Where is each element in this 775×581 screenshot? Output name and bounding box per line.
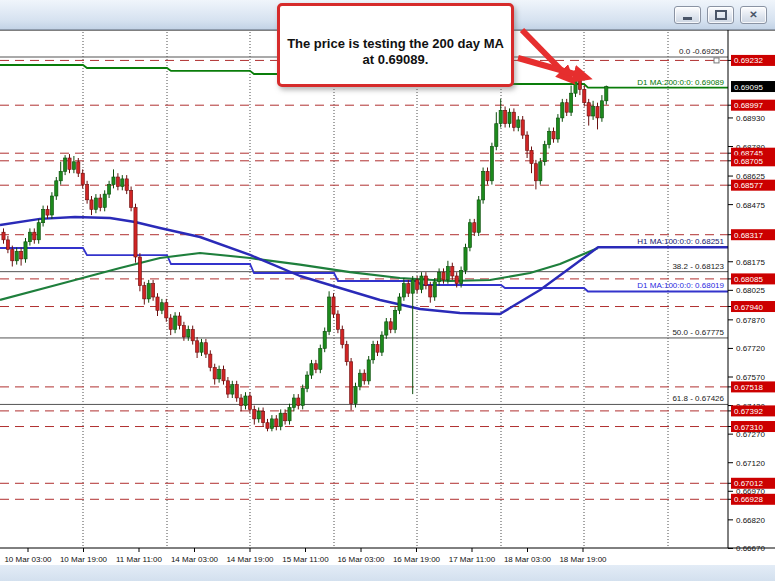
candle-body [134,208,137,258]
candle-body [2,232,5,240]
candle-body [438,272,441,282]
price-tick-label: 0.68175 [736,258,765,267]
candle-body [512,112,515,127]
price-alert-label: 0.67310 [734,423,763,432]
candle-body [178,316,181,326]
price-tick-label: 0.67120 [736,459,765,468]
candle-body [116,177,119,187]
candle-body [416,280,419,290]
candle-body [169,318,172,329]
candle-body [495,124,498,147]
candle-body [28,232,31,242]
bottom-strip [0,565,775,581]
time-tick-label: 17 Mar 11:00 [449,555,496,564]
candle-body [376,345,379,353]
restore-button[interactable] [707,6,734,24]
candle-body [292,398,295,408]
candle-body [213,368,216,379]
candle-body [72,162,75,170]
candle-body [64,158,67,171]
candle-body [578,80,581,90]
candle-body [605,87,608,101]
candle-body [103,194,106,207]
price-tick-label: 0.67570 [736,373,765,382]
candle-body [570,93,573,112]
candle-body [46,209,49,215]
close-button[interactable]: ✕ [740,6,767,24]
candle-body [226,381,229,394]
price-tick-label: 0.68475 [736,201,765,210]
candle-body [442,272,445,280]
candle-body [121,179,124,187]
candle-body [490,147,493,181]
candle-body [284,413,287,421]
candle-body [600,101,603,118]
candle-body [345,345,348,362]
candle-body [147,284,150,299]
ma-label: D1 MA:200:0:0: 0.69089 [637,78,724,87]
candle-body [358,373,361,386]
candle-body [592,107,595,117]
candle-body [460,270,463,283]
candle-body [504,110,507,123]
minimize-button[interactable] [674,6,701,24]
ma-label: H1 MA:100:0:0: 0.68251 [637,237,724,246]
candle-body [187,329,190,337]
time-tick-label: 16 Mar 03:00 [337,555,385,564]
candle-body [77,162,80,173]
candle-body [420,276,423,289]
candle-body [328,297,331,331]
ma-label: D1 MA:100:0:0: 0.68019 [637,281,724,290]
close-icon: ✕ [749,10,757,20]
candle-body [354,387,357,404]
candle-body [297,398,300,406]
candle-body [380,335,383,352]
candle-body [486,171,489,181]
candle-body [204,343,207,354]
candle-body [90,200,93,210]
price-alert-label: 0.67392 [734,407,763,416]
candle-body [240,398,243,406]
price-tick-label: 0.68025 [736,286,765,295]
candle-body [37,223,40,240]
candle-body [398,297,401,310]
current-price-label: 0.69095 [734,83,763,92]
candle-body [143,286,146,299]
candle-body [499,110,502,123]
candle-body [314,364,317,370]
candle-body [548,131,551,144]
chart-canvas[interactable]: 0.689300.687800.686250.684750.681750.680… [0,30,775,581]
candle-body [429,286,432,297]
candle-body [112,177,115,185]
price-alert-label: 0.69232 [734,56,763,65]
price-alert-label: 0.68317 [734,231,763,240]
chart-window: ✕ 0.689300.687800.686250.684750.681750.6… [0,0,775,581]
candle-body [200,343,203,353]
candle-body [565,103,568,113]
candle-body [363,373,366,381]
candle-body [174,316,177,329]
candle-body [583,89,586,102]
candle-body [556,118,559,139]
candle-body [306,375,309,388]
time-tick-label: 15 Mar 11:00 [282,555,329,564]
minimize-icon [683,17,692,20]
candle-body [160,303,163,311]
candle-body [55,181,58,196]
time-tick-label: 18 Mar 19:00 [559,555,607,564]
candle-body [50,196,53,215]
candle-body [209,354,212,367]
candle-body [108,185,111,195]
candle-body [402,284,405,297]
candle-body [86,185,89,200]
candle-body [482,171,485,200]
price-alert-label: 0.67940 [734,303,763,312]
fib-handle[interactable] [714,58,719,63]
candle-body [182,326,185,337]
candle-body [257,411,260,419]
candle-body [468,223,471,248]
candle-body [574,80,577,93]
candle-body [341,329,344,344]
annotation-line1: The price is testing the 200 day MA [280,36,511,52]
annotation-callout[interactable]: The price is testing the 200 day MA at 0… [277,3,514,87]
